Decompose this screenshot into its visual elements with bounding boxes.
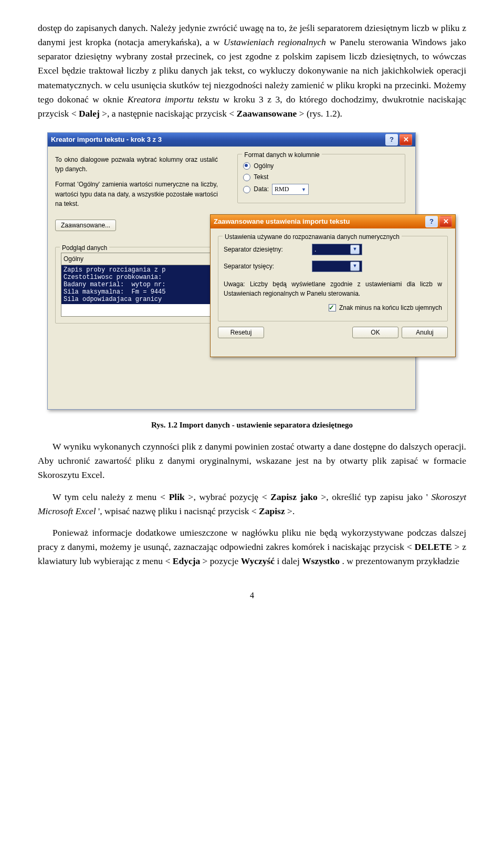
help-icon[interactable]: ? (385, 134, 398, 145)
date-format-select[interactable]: RMD ▼ (272, 184, 309, 195)
cancel-button[interactable]: Anuluj (402, 327, 448, 338)
radio-date[interactable]: Data: RMD ▼ (243, 184, 400, 195)
numeric-settings-group: Ustawienia używane do rozpoznawania dany… (218, 236, 448, 321)
trailing-minus-checkbox[interactable]: Znak minus na końcu liczb ujemnych (224, 303, 442, 313)
decimal-separator-select[interactable]: . ▼ (312, 244, 362, 255)
dialog-main-title: Kreator importu tekstu - krok 3 z 3 (51, 134, 162, 145)
chevron-down-icon: ▼ (350, 245, 360, 254)
close-icon[interactable]: ✕ (400, 134, 412, 145)
radio-dot-icon (243, 162, 250, 170)
chevron-down-icon: ▼ (350, 262, 360, 271)
page-number: 4 (38, 589, 466, 602)
radio-text[interactable]: Tekst (243, 172, 400, 182)
ok-button[interactable]: OK (352, 327, 398, 338)
help-icon[interactable]: ? (425, 216, 438, 227)
titlebar-main: Kreator importu tekstu - krok 3 z 3 ? ✕ (48, 133, 415, 147)
radio-dot-icon (243, 186, 250, 193)
paragraph-1: dostęp do zapisanych danych. Należy jedy… (38, 21, 466, 121)
radio-general[interactable]: Ogólny (243, 161, 400, 171)
radio-dot-icon (243, 174, 250, 181)
decimal-separator-label: Separator dziesiętny: (224, 245, 308, 255)
reset-button[interactable]: Resetuj (218, 327, 264, 338)
paragraph-2: W wyniku wykonanych czynności plik z dan… (38, 440, 466, 482)
thousands-separator-label: Separator tysięcy: (224, 262, 308, 272)
thousands-separator-select[interactable]: ▼ (312, 261, 362, 272)
figure-1-2: Kreator importu tekstu - krok 3 z 3 ? ✕ … (38, 132, 466, 431)
advanced-button[interactable]: Zaawansowane... (55, 220, 116, 231)
paragraph-3: W tym celu należy z menu < Plik >, wybra… (38, 490, 466, 518)
dialog-advanced-text-import: Zaawansowane ustawienia importu tekstu ?… (210, 214, 456, 357)
intro-text-2: Format 'Ogólny' zamienia wartości numery… (55, 180, 218, 209)
titlebar-advanced: Zaawansowane ustawienia importu tekstu ?… (211, 215, 455, 228)
paragraph-4: Ponieważ informacje dodatkowe umieszczon… (38, 526, 466, 568)
chevron-down-icon: ▼ (301, 187, 306, 192)
intro-text-1: To okno dialogowe pozwala wybrać kolumny… (55, 155, 218, 174)
dialog-adv-title: Zaawansowane ustawienia importu tekstu (214, 216, 350, 227)
checkbox-icon (329, 304, 336, 311)
numeric-note: Uwaga: Liczby będą wyświetlane zgodnie z… (224, 279, 442, 299)
figure-caption: Rys. 1.2 Import danych - ustawienie sepa… (38, 419, 466, 431)
close-icon[interactable]: ✕ (439, 216, 452, 227)
column-data-format-group: Format danych w kolumnie Ogólny Tekst Da… (237, 154, 405, 203)
